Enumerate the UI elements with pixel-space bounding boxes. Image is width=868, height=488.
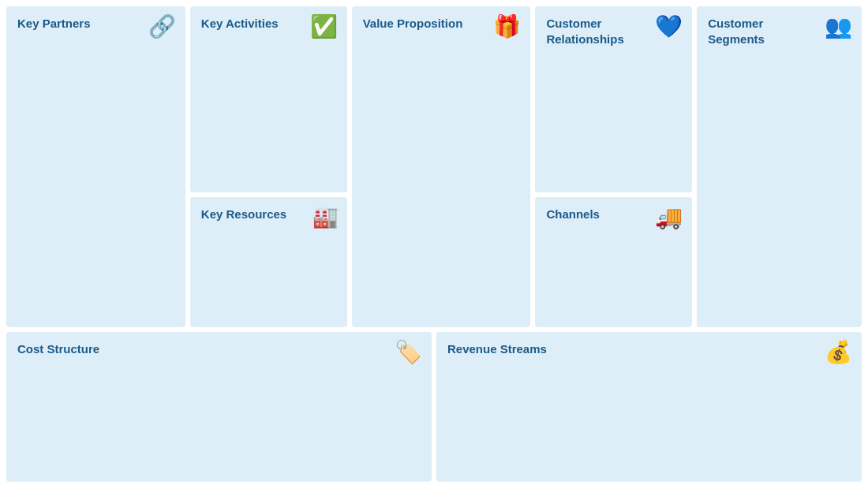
cost-structure-icon: 🏷️: [395, 341, 422, 363]
business-model-canvas: Key Partners 🔗 Key Activities ✅ Key Reso…: [0, 0, 868, 488]
channels-title: Channels: [546, 207, 647, 222]
key-activities-cell[interactable]: Key Activities ✅: [190, 6, 347, 192]
revenue-streams-cell[interactable]: Revenue Streams 💰: [436, 332, 862, 482]
channels-icon: 🚚: [655, 207, 683, 229]
cost-structure-title: Cost Structure: [17, 341, 320, 357]
value-proposition-title: Value Proposition: [363, 16, 481, 32]
customer-relationships-icon: 💙: [655, 16, 683, 38]
key-partners-title: Key Partners: [17, 16, 135, 32]
key-activities-title: Key Activities: [201, 16, 302, 32]
bottom-section: Cost Structure 🏷️ Revenue Streams 💰: [6, 332, 862, 482]
key-partners-cell[interactable]: Key Partners 🔗: [6, 6, 185, 327]
top-section: Key Partners 🔗 Key Activities ✅ Key Reso…: [6, 6, 862, 327]
key-partners-icon: 🔗: [148, 16, 176, 38]
key-resources-cell[interactable]: Key Resources 🏭: [190, 197, 347, 327]
key-resources-icon: 🏭: [312, 207, 338, 227]
cr-channels-column: Customer Relationships 💙 Channels 🚚: [535, 6, 692, 327]
customer-segments-cell[interactable]: Customer Segments 👥: [697, 6, 862, 327]
activities-resources-column: Key Activities ✅ Key Resources 🏭: [190, 6, 347, 327]
customer-segments-title: Customer Segments: [708, 16, 815, 47]
value-proposition-cell[interactable]: Value Proposition 🎁: [352, 6, 531, 327]
key-resources-title: Key Resources: [201, 207, 302, 222]
key-activities-icon: ✅: [310, 16, 338, 38]
value-proposition-icon: 🎁: [493, 16, 521, 38]
revenue-streams-icon: 💰: [825, 341, 852, 363]
customer-relationships-title: Customer Relationships: [546, 16, 647, 47]
customer-relationships-cell[interactable]: Customer Relationships 💙: [535, 6, 692, 192]
channels-cell[interactable]: Channels 🚚: [535, 197, 692, 327]
cost-structure-cell[interactable]: Cost Structure 🏷️: [6, 332, 432, 482]
customer-segments-icon: 👥: [825, 16, 852, 38]
revenue-streams-title: Revenue Streams: [447, 341, 750, 357]
